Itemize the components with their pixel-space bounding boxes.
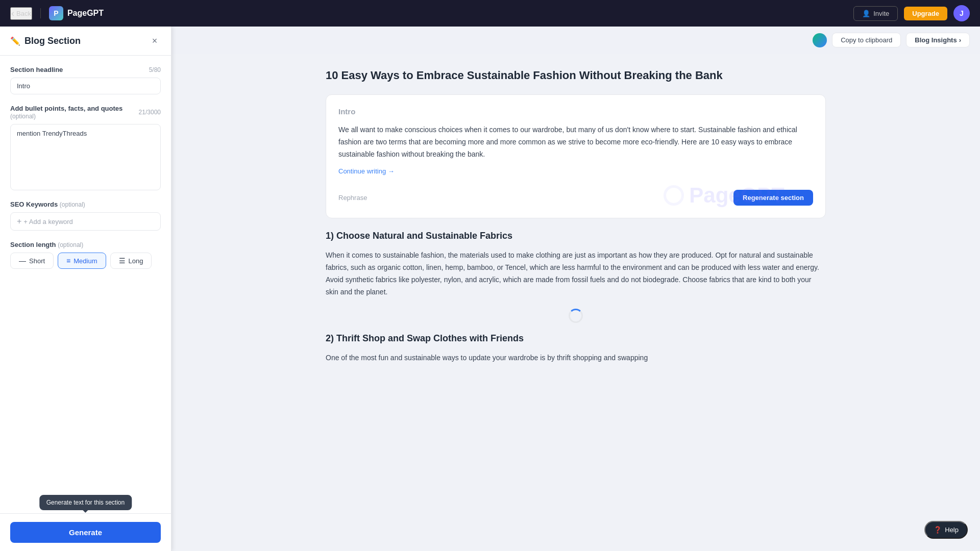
intro-section-card: Intro We all want to make conscious choi… [326, 94, 826, 218]
panel-title: Blog Section [24, 36, 81, 46]
logo-text: PageGPT [67, 9, 104, 18]
continue-writing-link[interactable]: Continue writing → [338, 167, 395, 175]
headline-input[interactable] [10, 78, 161, 94]
seo-label-row: SEO Keywords (optional) [10, 201, 161, 208]
generate-button[interactable]: Generate [10, 522, 161, 543]
main-layout: ✏️ Blog Section × Section headline 5/80 … [0, 27, 980, 551]
logo-icon: P [49, 6, 63, 20]
close-panel-button[interactable]: × [149, 35, 161, 47]
help-icon: ❓ [934, 526, 942, 534]
user-avatar[interactable]: J [953, 5, 970, 21]
loading-spinner [569, 309, 583, 323]
blog-insights-button[interactable]: Blog Insights › [906, 33, 970, 47]
logo-area: P PageGPT [49, 6, 104, 20]
content-avatar [813, 33, 827, 47]
length-label: Section length (optional) [10, 241, 83, 248]
help-label: Help [945, 526, 959, 534]
length-long-button[interactable]: ☰ Long [110, 253, 152, 269]
bullets-group: Add bullet points, facts, and quotes (op… [10, 105, 161, 190]
content-topbar: Copy to clipboard Blog Insights › [172, 27, 980, 54]
length-optional: (optional) [58, 241, 83, 248]
blog-content: 10 Easy Ways to Embrace Sustainable Fash… [295, 54, 856, 385]
panel-header: ✏️ Blog Section × [0, 27, 171, 56]
section2-text: One of the most fun and sustainable ways… [326, 352, 826, 364]
bullets-optional: (optional) [10, 113, 36, 120]
length-medium-button[interactable]: ≡ Medium [58, 253, 106, 269]
seo-label: SEO Keywords (optional) [10, 201, 85, 208]
sidebar-panel: ✏️ Blog Section × Section headline 5/80 … [0, 27, 172, 551]
keyword-placeholder: + Add a keyword [23, 218, 72, 226]
short-label: Short [29, 257, 45, 265]
headline-counter: 5/80 [149, 66, 161, 73]
tooltip-bubble: Generate text for this section [39, 495, 132, 510]
keyword-input[interactable]: + + Add a keyword [10, 212, 161, 231]
section-headline-group: Section headline 5/80 [10, 66, 161, 94]
nav-divider [40, 8, 41, 18]
panel-title-row: ✏️ Blog Section [10, 36, 81, 46]
panel-bottom: Generate text for this section Generate [0, 513, 171, 551]
bullets-counter: 21/3000 [139, 109, 161, 116]
content-area: Copy to clipboard Blog Insights › 10 Eas… [172, 27, 980, 551]
invite-label: Invite [873, 10, 889, 17]
short-icon: — [19, 257, 26, 265]
seo-optional: (optional) [60, 201, 85, 208]
bullets-label-row: Add bullet points, facts, and quotes (op… [10, 105, 161, 120]
section1-text: When it comes to sustainable fashion, th… [326, 249, 826, 298]
length-label-row: Section length (optional) [10, 241, 161, 248]
nav-right: 👤 Invite Upgrade J [853, 5, 970, 21]
plus-icon: + [17, 217, 21, 226]
length-group: Section length (optional) — Short ≡ Medi… [10, 241, 161, 269]
section1-heading: 1) Choose Natural and Sustainable Fabric… [326, 231, 826, 241]
long-label: Long [129, 257, 143, 265]
invite-icon: 👤 [862, 10, 870, 17]
nav-left: Back P PageGPT [10, 6, 104, 20]
section2-heading: 2) Thrift Shop and Swap Clothes with Fri… [326, 333, 826, 344]
invite-button[interactable]: 👤 Invite [853, 6, 898, 21]
insights-arrow: › [959, 36, 961, 44]
regenerate-button[interactable]: Regenerate section [733, 190, 813, 206]
medium-icon: ≡ [66, 257, 70, 265]
intro-section-text: We all want to make conscious choices wh… [338, 124, 813, 160]
length-buttons: — Short ≡ Medium ☰ Long [10, 253, 161, 269]
pencil-icon: ✏️ [10, 36, 20, 46]
bullets-textarea[interactable]: mention TrendyThreads [10, 124, 161, 190]
length-short-button[interactable]: — Short [10, 253, 54, 269]
long-icon: ☰ [119, 257, 126, 265]
top-navigation: Back P PageGPT 👤 Invite Upgrade J [0, 0, 980, 27]
seo-group: SEO Keywords (optional) + + Add a keywor… [10, 201, 161, 231]
intro-section-footer: Rephrase Regenerate section [338, 184, 813, 206]
panel-body: Section headline 5/80 Add bullet points,… [0, 56, 171, 513]
blog-title: 10 Easy Ways to Embrace Sustainable Fash… [326, 69, 826, 82]
upgrade-button[interactable]: Upgrade [904, 7, 947, 20]
medium-label: Medium [74, 257, 97, 265]
insights-label: Blog Insights [915, 36, 957, 44]
intro-section-label: Intro [338, 107, 813, 116]
help-button[interactable]: ❓ Help [924, 521, 968, 539]
headline-label-row: Section headline 5/80 [10, 66, 161, 73]
copy-clipboard-button[interactable]: Copy to clipboard [832, 33, 901, 47]
bullets-label: Add bullet points, facts, and quotes (op… [10, 105, 139, 120]
rephrase-text: Rephrase [338, 194, 367, 202]
back-button[interactable]: Back [10, 7, 32, 20]
headline-label: Section headline [10, 66, 63, 73]
